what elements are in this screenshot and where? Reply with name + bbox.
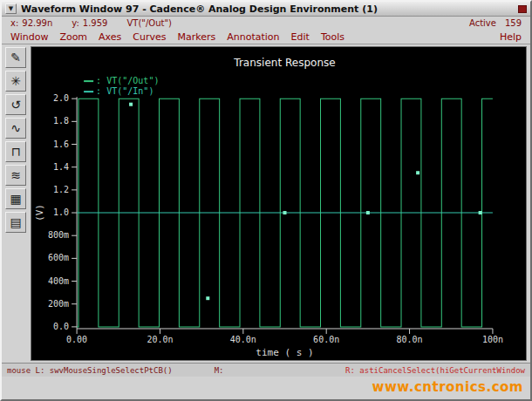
watermark-text: www.cntronics.com: [372, 379, 523, 395]
svg-text:1.0: 1.0: [53, 207, 69, 217]
menu-markers[interactable]: Markers: [177, 31, 215, 43]
svg-text:time ( s ): time ( s ): [256, 347, 313, 358]
svg-text:0.00: 0.00: [66, 335, 87, 344]
status-bar: mouse L: swvMouseSingleSelectPtCB() M: R…: [2, 363, 530, 377]
tool-refresh-button[interactable]: ↺: [5, 94, 26, 115]
cursor-x-readout: x:92.99n: [10, 18, 52, 28]
menu-window[interactable]: Window: [10, 31, 48, 43]
active-status: Active159: [469, 18, 522, 28]
mouse-middle-binding: M:: [215, 366, 224, 375]
mouse-left-binding: mouse L: swvMouseSingleSelectPtCB(): [7, 366, 173, 375]
svg-text:0.0: 0.0: [53, 322, 69, 331]
waveform-canvas[interactable]: 2.01.81.61.41.21.0800m600m400m200m0.00.0…: [31, 46, 527, 361]
window-footer: www.cntronics.com: [2, 377, 530, 398]
waveform-window: ▼ Waveform Window 97 - Cadence® Analog D…: [0, 0, 532, 401]
window-menu-button[interactable]: ▼: [5, 3, 17, 14]
selected-trace-label: VT("/Out"): [126, 18, 171, 28]
select-pen-icon: ✎: [10, 51, 21, 64]
title-bar[interactable]: ▼ Waveform Window 97 - Cadence® Analog D…: [2, 2, 530, 17]
cursor-y-value: 1.959: [83, 18, 108, 28]
tool-strip-plot-button[interactable]: ∿: [5, 118, 26, 139]
tool-zoom-point-button[interactable]: ✳: [5, 71, 26, 92]
menu-annotation[interactable]: Annotation: [227, 31, 279, 43]
svg-text:1.6: 1.6: [53, 139, 69, 149]
menu-zoom[interactable]: Zoom: [59, 31, 87, 43]
svg-text:80.0n: 80.0n: [396, 335, 422, 344]
svg-text:: VT("/Out"): : VT("/Out"): [96, 76, 159, 85]
calculator-grid-icon: ▦: [10, 193, 21, 205]
svg-text:400m: 400m: [48, 276, 69, 286]
svg-text:200m: 200m: [48, 299, 69, 309]
refresh-icon: ↺: [10, 99, 21, 111]
cursor-readout-bar: x:92.99n y:1.959 VT("/Out") Active159: [2, 17, 530, 30]
menu-bar: Window Zoom Axes Curves Markers Annotati…: [2, 30, 530, 44]
subplot-icon: ≋: [10, 169, 21, 181]
tool-calculator-grid-button[interactable]: ▦: [5, 188, 26, 209]
menu-curves[interactable]: Curves: [133, 31, 166, 43]
svg-text:1.8: 1.8: [53, 116, 69, 126]
tool-subplot-button[interactable]: ≋: [5, 165, 26, 186]
svg-text:Transient Response: Transient Response: [233, 57, 335, 69]
menu-axes[interactable]: Axes: [99, 31, 121, 43]
active-value: 159: [505, 18, 522, 28]
svg-text:60.0n: 60.0n: [313, 335, 339, 344]
menu-edit[interactable]: Edit: [291, 31, 310, 43]
cursor-x-value: 92.99n: [22, 18, 52, 28]
chevron-down-icon: ▼: [9, 6, 13, 12]
tool-palette: ✎✳↺∿⊓≋▦▤: [2, 44, 30, 363]
window-title: Waveform Window 97 - Cadence® Analog Des…: [21, 3, 378, 15]
svg-text:100n: 100n: [482, 335, 503, 344]
svg-text:40.0n: 40.0n: [230, 335, 256, 344]
svg-text:800m: 800m: [48, 230, 69, 240]
main-content: ✎✳↺∿⊓≋▦▤ 2.01.81.61.41.21.0800m600m400m2…: [2, 44, 530, 363]
svg-text:20.0n: 20.0n: [147, 335, 173, 344]
cursor-y-readout: y:1.959: [72, 18, 107, 28]
cursor-y-label: y:: [72, 18, 79, 28]
strip-plot-icon: ∿: [10, 122, 21, 134]
cursor-x-label: x:: [10, 18, 18, 28]
svg-text:(V): (V): [34, 204, 45, 221]
tool-data-table-button[interactable]: ▤: [5, 212, 26, 233]
svg-text:600m: 600m: [48, 253, 69, 262]
menu-tools[interactable]: Tools: [321, 31, 344, 43]
window-corner-button[interactable]: [518, 5, 527, 13]
tool-composite-plot-button[interactable]: ⊓: [5, 141, 26, 162]
transient-response-plot[interactable]: 2.01.81.61.41.21.0800m600m400m200m0.00.0…: [31, 47, 526, 360]
svg-text:1.2: 1.2: [53, 185, 69, 194]
composite-plot-icon: ⊓: [11, 146, 21, 158]
active-label: Active: [469, 18, 496, 28]
tool-select-pen-button[interactable]: ✎: [5, 47, 26, 68]
svg-text:2.0: 2.0: [53, 93, 69, 103]
svg-text:: VT("/In"): : VT("/In"): [96, 86, 153, 96]
mouse-right-binding: R: astiCancelSelect(hiGetCurrentWindow: [345, 366, 525, 375]
menu-help[interactable]: Help: [500, 31, 522, 43]
data-table-icon: ▤: [10, 216, 21, 228]
svg-text:1.4: 1.4: [53, 162, 69, 172]
zoom-point-icon: ✳: [10, 75, 21, 87]
